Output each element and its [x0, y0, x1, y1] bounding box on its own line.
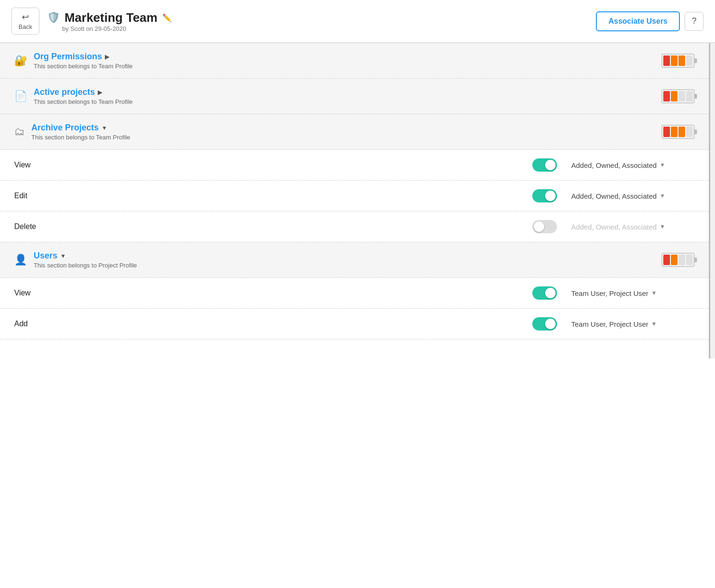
- battery-bar-org-permissions-1: [671, 55, 678, 66]
- battery-bar-active-projects-0: [663, 91, 670, 101]
- toggle-thumb-archive-projects-2: [534, 221, 544, 232]
- toggle-archive-projects-0[interactable]: [532, 158, 557, 172]
- content-area: 🔐Org Permissions ▶This section belongs t…: [0, 43, 710, 358]
- dropdown-text-archive-projects-2: Added, Owned, Associated: [571, 223, 657, 231]
- section-header-org-permissions[interactable]: 🔐Org Permissions ▶This section belongs t…: [0, 43, 709, 79]
- section-title-users: Users ▼: [34, 251, 137, 261]
- battery-active-projects: [661, 89, 695, 103]
- section-subtitle-active-projects: This section belongs to Team Profile: [34, 98, 133, 105]
- permission-row-archive-projects-1: EditAdded, Owned, Associated ▼: [0, 181, 709, 211]
- dropdown-arrow-archive-projects-2: ▼: [659, 223, 665, 230]
- dropdown-text-users-0: Team User, Project User: [571, 289, 649, 297]
- section-subtitle-archive-projects: This section belongs to Team Profile: [31, 134, 130, 141]
- battery-bar-active-projects-2: [678, 91, 685, 101]
- section-title-org-permissions: Org Permissions ▶: [34, 52, 133, 62]
- section-users: 👤Users ▼This section belongs to Project …: [0, 242, 709, 340]
- battery-bar-users-2: [678, 255, 685, 265]
- battery-archive-projects: [661, 125, 695, 139]
- toggle-thumb-archive-projects-1: [545, 191, 556, 201]
- dropdown-archive-projects-1[interactable]: Added, Owned, Associated ▼: [571, 192, 695, 200]
- section-subtitle-org-permissions: This section belongs to Team Profile: [34, 63, 133, 70]
- toggle-archive-projects-2[interactable]: [532, 220, 557, 233]
- permission-row-archive-projects-2: DeleteAdded, Owned, Associated ▼: [0, 211, 709, 242]
- section-arrow-archive-projects: ▼: [102, 125, 107, 131]
- battery-bar-org-permissions-0: [663, 55, 670, 66]
- edit-icon[interactable]: ✏️: [162, 13, 172, 22]
- header-actions: Associate Users ?: [596, 11, 704, 31]
- header: ↩ Back 🛡️ Marketing Team ✏️ by Scott on …: [0, 0, 715, 43]
- battery-bar-active-projects-1: [671, 91, 678, 101]
- dropdown-arrow-archive-projects-1: ▼: [659, 193, 665, 199]
- dropdown-text-users-1: Team User, Project User: [571, 320, 649, 328]
- associate-users-button[interactable]: Associate Users: [596, 11, 680, 31]
- permission-label-archive-projects-1: Edit: [14, 192, 52, 200]
- dropdown-users-1[interactable]: Team User, Project User ▼: [571, 320, 695, 328]
- toggle-thumb-archive-projects-0: [545, 160, 556, 170]
- permission-label-users-1: Add: [14, 320, 52, 328]
- battery-bar-archive-projects-1: [671, 127, 678, 137]
- dropdown-archive-projects-0[interactable]: Added, Owned, Associated ▼: [571, 161, 695, 169]
- section-title-archive-projects: Archive Projects ▼: [31, 123, 130, 133]
- main-content: 🔐Org Permissions ▶This section belongs t…: [0, 43, 715, 358]
- battery-bar-users-3: [686, 255, 693, 265]
- dropdown-text-archive-projects-1: Added, Owned, Associated: [571, 192, 657, 200]
- section-icon-users: 👤: [14, 254, 27, 266]
- section-arrow-users: ▼: [60, 253, 66, 259]
- toggle-users-1[interactable]: [532, 317, 557, 331]
- dropdown-arrow-users-1: ▼: [651, 321, 657, 327]
- dropdown-users-0[interactable]: Team User, Project User ▼: [571, 289, 695, 297]
- battery-users: [661, 253, 695, 267]
- section-title-active-projects: Active projects ▶: [34, 87, 133, 97]
- section-org-permissions: 🔐Org Permissions ▶This section belongs t…: [0, 43, 709, 79]
- dropdown-arrow-archive-projects-0: ▼: [659, 162, 665, 168]
- page-title: Marketing Team: [65, 10, 158, 25]
- toggle-archive-projects-1[interactable]: [532, 189, 557, 202]
- permission-row-users-0: ViewTeam User, Project User ▼: [0, 278, 709, 309]
- back-arrow-icon: ↩: [22, 12, 29, 22]
- battery-bar-archive-projects-2: [678, 127, 685, 137]
- section-icon-org-permissions: 🔐: [14, 55, 27, 67]
- section-header-active-projects[interactable]: 📄Active projects ▶This section belongs t…: [0, 79, 709, 114]
- permission-label-archive-projects-0: View: [14, 161, 52, 169]
- shield-icon: 🛡️: [47, 11, 60, 24]
- section-icon-archive-projects: 🗂: [14, 126, 25, 138]
- permission-row-archive-projects-0: ViewAdded, Owned, Associated ▼: [0, 150, 709, 181]
- dropdown-archive-projects-2[interactable]: Added, Owned, Associated ▼: [571, 223, 695, 231]
- back-button[interactable]: ↩ Back: [11, 8, 39, 35]
- toggle-thumb-users-1: [545, 319, 556, 329]
- section-header-users[interactable]: 👤Users ▼This section belongs to Project …: [0, 242, 709, 278]
- battery-org-permissions: [661, 54, 695, 68]
- toggle-users-0[interactable]: [532, 286, 557, 300]
- section-arrow-org-permissions: ▶: [105, 54, 109, 60]
- scrollbar-track[interactable]: [710, 43, 715, 358]
- toggle-thumb-users-0: [545, 288, 556, 298]
- header-subtitle: by Scott on 29-05-2020: [62, 25, 589, 32]
- battery-bar-archive-projects-0: [663, 127, 670, 137]
- dropdown-arrow-users-0: ▼: [651, 290, 657, 296]
- permission-label-archive-projects-2: Delete: [14, 222, 52, 231]
- battery-bar-org-permissions-3: [686, 55, 693, 66]
- section-active-projects: 📄Active projects ▶This section belongs t…: [0, 79, 709, 114]
- section-archive-projects: 🗂Archive Projects ▼This section belongs …: [0, 114, 709, 242]
- dropdown-text-archive-projects-0: Added, Owned, Associated: [571, 161, 657, 169]
- battery-bar-users-0: [663, 255, 670, 265]
- battery-bar-archive-projects-3: [686, 127, 693, 137]
- help-button[interactable]: ?: [685, 12, 704, 31]
- battery-bar-users-1: [671, 255, 678, 265]
- back-label: Back: [19, 23, 32, 30]
- permission-label-users-0: View: [14, 289, 52, 297]
- permission-row-users-1: AddTeam User, Project User ▼: [0, 309, 709, 340]
- battery-bar-org-permissions-2: [678, 55, 685, 66]
- section-subtitle-users: This section belongs to Project Profile: [34, 262, 137, 269]
- battery-bar-active-projects-3: [686, 91, 693, 101]
- section-icon-active-projects: 📄: [14, 90, 27, 102]
- section-arrow-active-projects: ▶: [98, 89, 102, 96]
- section-header-archive-projects[interactable]: 🗂Archive Projects ▼This section belongs …: [0, 114, 709, 150]
- header-title-group: 🛡️ Marketing Team ✏️ by Scott on 29-05-2…: [47, 10, 589, 32]
